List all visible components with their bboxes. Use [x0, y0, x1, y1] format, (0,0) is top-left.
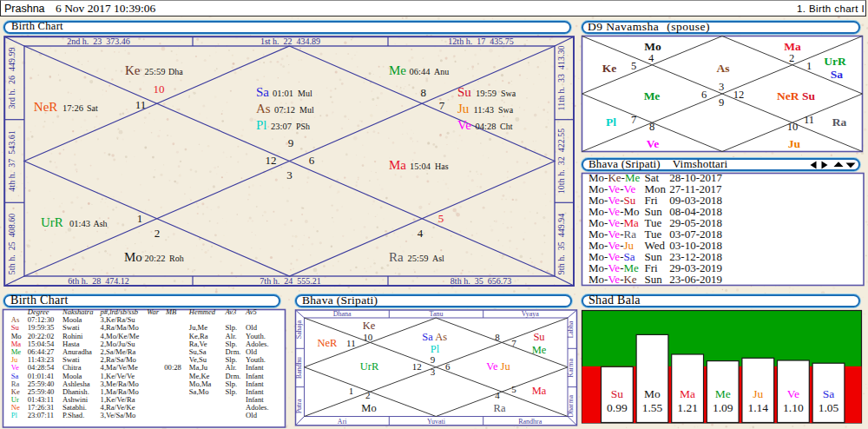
svg-text:4: 4 [418, 227, 424, 240]
svg-text:Tanu: Tanu [430, 310, 444, 318]
svg-text:7: 7 [511, 338, 516, 348]
svg-text:Ra: Ra [494, 402, 506, 414]
svg-text:Me: Me [715, 387, 731, 400]
svg-text:0.99: 0.99 [607, 401, 628, 414]
svg-text:Su: Su [533, 331, 545, 343]
svg-text:10: 10 [787, 121, 799, 133]
svg-text:UrR: UrR [360, 360, 379, 373]
svg-text:3: 3 [286, 168, 293, 182]
svg-text:Karma: Karma [567, 358, 575, 377]
svg-text:Ari: Ari [338, 418, 347, 426]
svg-text:7: 7 [631, 114, 636, 126]
svg-text:1.09: 1.09 [713, 401, 733, 414]
svg-text:Bandhu: Bandhu [295, 357, 303, 379]
svg-text:12: 12 [733, 89, 745, 101]
svg-text:5: 5 [438, 212, 444, 225]
svg-text:Mo-Ve-KeSun23-06-2019: Mo-Ve-KeSun23-06-2019 [589, 273, 722, 286]
svg-text:NeR Su: NeR Su [777, 89, 815, 102]
svg-text:6th h. 28 474.12: 6th h. 28 474.12 [68, 276, 128, 286]
svg-text:Ve Ju: Ve Ju [486, 360, 510, 373]
svg-text:Ke: Ke [363, 320, 376, 332]
svg-text:1: 1 [349, 386, 354, 396]
svg-text:Randhra: Randhra [518, 418, 542, 426]
svg-text:Ju11:43Swa: Ju11:43Swa [457, 102, 514, 116]
svg-text:12: 12 [412, 361, 422, 372]
svg-text:1: 1 [137, 212, 143, 225]
svg-text:2: 2 [155, 227, 161, 240]
svg-text:UrR: UrR [824, 55, 846, 68]
svg-text:11: 11 [346, 338, 356, 348]
svg-text:Sahaja: Sahaja [295, 320, 303, 339]
svg-text:Me: Me [644, 89, 661, 102]
svg-text:8: 8 [495, 332, 500, 342]
svg-text:As: As [716, 62, 729, 75]
svg-text:8th h. 35 656.73: 8th h. 35 656.73 [450, 276, 511, 286]
svg-text:Me06:44Anu: Me06:44Anu [389, 63, 449, 77]
svg-text:11: 11 [804, 114, 814, 126]
svg-text:Ju: Ju [788, 137, 801, 150]
svg-text:Sa As: Sa As [422, 331, 447, 343]
svg-text:1: 1 [806, 60, 812, 72]
svg-text:8: 8 [649, 121, 654, 133]
svg-text:Sa: Sa [823, 387, 835, 400]
svg-text:1.10: 1.10 [783, 401, 804, 414]
svg-text:Mo: Mo [644, 387, 661, 400]
svg-text:MB: MB [165, 308, 176, 316]
svg-text:3rd h. 26 449.99: 3rd h. 26 449.99 [7, 48, 16, 109]
svg-text:4th h. 37 543.61: 4th h. 37 543.61 [7, 130, 16, 191]
svg-text:9: 9 [719, 96, 724, 109]
svg-text:11th h. 33 413.30: 11th h. 33 413.30 [556, 46, 566, 111]
svg-text:Pl23:07PSh: Pl23:07PSh [256, 118, 310, 132]
svg-text:6: 6 [309, 154, 315, 167]
svg-text:Av5: Av5 [245, 308, 257, 316]
svg-text:Ju: Ju [753, 387, 763, 400]
svg-text:NeR: NeR [318, 337, 339, 349]
svg-text:Ma15:04Has: Ma15:04Has [389, 158, 449, 172]
svg-text:1.55: 1.55 [642, 401, 663, 414]
svg-text:3: 3 [719, 81, 724, 93]
svg-text:Hemmed: Hemmed [188, 308, 216, 316]
svg-text:Su19:59Swa: Su19:59Swa [457, 85, 516, 99]
svg-text:Sa01:01Mul: Sa01:01Mul [256, 85, 312, 99]
svg-text:1.14: 1.14 [747, 401, 768, 414]
svg-text:6: 6 [445, 361, 450, 372]
svg-text:Mo20:22Roh: Mo20:22Roh [124, 250, 184, 264]
svg-text:War: War [147, 308, 160, 316]
svg-text:Labha: Labha [567, 320, 575, 338]
svg-text:4: 4 [648, 52, 654, 64]
svg-text:12th h. 17 435.75: 12th h. 17 435.75 [448, 36, 513, 46]
svg-text:4: 4 [495, 390, 500, 400]
svg-text:10th h. 32 422.55: 10th h. 32 422.55 [556, 129, 566, 194]
svg-text:Ma: Ma [680, 387, 695, 400]
svg-text:Ma: Ma [532, 385, 547, 397]
svg-text:8: 8 [421, 86, 427, 99]
svg-text:Ra25:59Asl: Ra25:59Asl [389, 250, 444, 264]
svg-text:12: 12 [266, 154, 277, 167]
svg-text:5th h. 25 408.60: 5th h. 25 408.60 [7, 214, 16, 274]
svg-text:Mo: Mo [361, 402, 376, 414]
svg-text:9th h. 35 449.94: 9th h. 35 449.94 [556, 214, 566, 274]
svg-text:10: 10 [154, 82, 165, 96]
svg-text:Ve: Ve [787, 387, 799, 400]
svg-text:UrR01:43Ash: UrR01:43Ash [41, 215, 108, 229]
svg-text:Pl: Pl [606, 116, 616, 129]
svg-text:Ve04:28Cht: Ve04:28Cht [457, 118, 513, 132]
svg-text:Ke: Ke [602, 62, 617, 75]
svg-text:5: 5 [631, 60, 636, 72]
svg-text:Yuvati: Yuvati [427, 418, 446, 426]
svg-text:2: 2 [365, 390, 371, 400]
svg-text:Me: Me [532, 344, 547, 356]
svg-text:1.05: 1.05 [819, 401, 839, 414]
svg-text:1.21: 1.21 [677, 401, 698, 414]
svg-text:6: 6 [701, 89, 707, 101]
svg-text:NeR17:26Sat: NeR17:26Sat [34, 100, 98, 114]
svg-text:10: 10 [363, 332, 373, 342]
svg-text:9: 9 [288, 136, 294, 149]
svg-text:1st h. 22 434.89: 1st h. 22 434.89 [260, 36, 320, 46]
svg-text:3: 3 [431, 366, 436, 377]
svg-text:7: 7 [439, 99, 445, 112]
svg-text:11: 11 [135, 98, 147, 111]
svg-text:Sa: Sa [831, 68, 844, 81]
svg-text:7th h. 24 555.21: 7th h. 24 555.21 [260, 276, 320, 286]
svg-text:2nd h. 23 373.46: 2nd h. 23 373.46 [67, 36, 130, 46]
